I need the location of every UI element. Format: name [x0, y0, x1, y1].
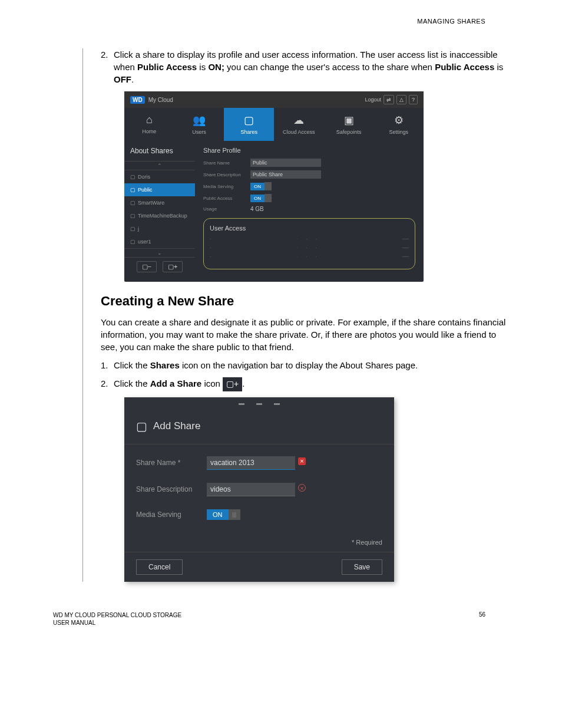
wd-logo: WD [130, 96, 145, 104]
nav-settings[interactable]: ⚙Settings [373, 108, 424, 141]
product-name: My Cloud [148, 97, 173, 103]
footer-product: WD MY CLOUD PERSONAL CLOUD STORAGE [53, 611, 181, 619]
b: Public Access [435, 62, 494, 72]
add-share-title: Add Share [153, 420, 200, 432]
t: is [197, 62, 208, 72]
share-desc-label: Share Description [136, 485, 207, 493]
b: ON; [208, 62, 224, 72]
on: ON [250, 183, 265, 190]
on: ON [250, 195, 265, 202]
l: Public [138, 187, 153, 193]
add-share-button[interactable]: ▢+ [163, 261, 183, 272]
public-access-label: Public Access [203, 196, 250, 201]
step-number: 2. [101, 377, 114, 391]
t: is [494, 62, 503, 72]
public-access-toggle[interactable]: ON [250, 194, 272, 202]
media-serving-toggle[interactable]: ON ||| [207, 509, 240, 520]
t: . [131, 74, 134, 84]
step-number: 1. [101, 359, 114, 371]
user-access-row: ····── [210, 245, 409, 251]
step-2: 2. Click a share to display its profile … [101, 48, 509, 85]
share-desc-input[interactable] [207, 483, 295, 496]
media-serving-toggle[interactable]: ON [250, 182, 272, 190]
step-text: Click the Shares icon on the navigation … [114, 359, 509, 371]
l: TimeMachineBackup [138, 213, 187, 219]
clear-icon[interactable]: × [298, 484, 306, 492]
required-note: * Required [124, 539, 394, 552]
usb-icon[interactable]: ⇌ [384, 95, 394, 104]
b: Add a Share [150, 378, 202, 388]
nav-safepoints[interactable]: ▣Safepoints [324, 108, 374, 141]
safepoint-icon: ▣ [326, 114, 372, 127]
page-header-section: MANAGING SHARES [53, 18, 485, 25]
footer-manual: USER MANUAL [53, 619, 181, 627]
user-access-title: User Access [210, 225, 409, 232]
folder-icon: ▢ [130, 226, 135, 232]
alert-icon[interactable]: △ [396, 95, 406, 104]
l: Safepoints [336, 129, 362, 135]
share-item-user1[interactable]: ▢user1 [124, 235, 195, 248]
user-access-row: ····── [210, 254, 409, 259]
nav-home[interactable]: ⌂Home [124, 108, 174, 141]
folder-icon: ▢ [130, 174, 135, 180]
intro-paragraph: You can create a share and designate it … [101, 316, 509, 353]
share-item-public[interactable]: ▢Public [124, 183, 195, 196]
share-item-smartware[interactable]: ▢SmartWare [124, 196, 195, 209]
l: Cloud Access [283, 129, 315, 135]
share-item-doris[interactable]: ▢Doris [124, 170, 195, 183]
folder-icon: ▢ [130, 239, 135, 245]
media-serving-label: Media Serving [203, 184, 250, 189]
nav-users[interactable]: 👥Users [174, 108, 224, 141]
share-name-input[interactable] [250, 159, 321, 167]
t: icon on the navigation bar to display th… [180, 360, 418, 370]
users-icon: 👥 [177, 114, 222, 127]
on: ON [207, 509, 229, 520]
help-icon[interactable]: ? [409, 95, 418, 104]
save-button[interactable]: Save [342, 559, 382, 575]
share-name-input[interactable] [207, 456, 295, 470]
user-access-row: ····── [210, 236, 409, 242]
about-shares-title: About Shares [124, 147, 195, 161]
logout-link[interactable]: Logout [365, 97, 381, 103]
clear-icon[interactable]: × [298, 457, 306, 465]
share-desc-input[interactable] [250, 170, 321, 179]
share-name-label: Share Name * [136, 459, 207, 467]
nav-cloud-access[interactable]: ☁Cloud Access [274, 108, 324, 141]
b: Shares [150, 360, 180, 370]
scroll-down-icon[interactable]: ⌄ [124, 248, 195, 258]
scroll-up-icon[interactable]: ⌃ [124, 161, 195, 170]
create-step-2: 2. Click the Add a Share icon ▢+. [101, 377, 509, 391]
t: icon [201, 378, 223, 388]
l: SmartWare [138, 200, 164, 206]
folder-icon: ▢ [130, 187, 135, 193]
remove-share-button[interactable]: ▢− [137, 261, 157, 272]
gear-icon: ⚙ [376, 114, 421, 127]
home-icon: ⌂ [127, 114, 172, 126]
step-text: Click a share to display its profile and… [114, 48, 509, 85]
nav-shares[interactable]: ▢Shares [224, 108, 274, 141]
toggle-handle-icon [265, 182, 272, 190]
l: Doris [138, 174, 150, 180]
heading-creating-new-share: Creating a New Share [101, 294, 509, 309]
user-access-panel: User Access ····── ····── ····── [203, 218, 415, 269]
t: Click the [114, 360, 150, 370]
share-item-j[interactable]: ▢j [124, 222, 195, 235]
folder-icon: ▢ [130, 213, 135, 219]
page-footer: WD MY CLOUD PERSONAL CLOUD STORAGE USER … [53, 611, 509, 627]
page-number: 56 [479, 611, 485, 627]
screenshot-add-share: ▬▬▬ ▢ Add Share Share Name * × Share Des… [124, 397, 394, 582]
step-text: Click the Add a Share icon ▢+. [114, 377, 509, 391]
share-name-label: Share Name [203, 160, 250, 166]
l: j [138, 226, 139, 232]
b: Public Access [137, 62, 197, 72]
share-item-timemachine[interactable]: ▢TimeMachineBackup [124, 209, 195, 222]
cloud-icon: ☁ [276, 114, 322, 127]
share-desc-label: Share Description [203, 172, 250, 177]
create-step-1: 1. Click the Shares icon on the navigati… [101, 359, 509, 371]
toggle-handle-icon: ||| [229, 509, 240, 520]
l: Shares [240, 129, 257, 135]
step-number: 2. [101, 48, 114, 85]
add-share-icon: ▢+ [223, 377, 242, 391]
b: OFF [114, 74, 131, 84]
cancel-button[interactable]: Cancel [136, 559, 183, 575]
